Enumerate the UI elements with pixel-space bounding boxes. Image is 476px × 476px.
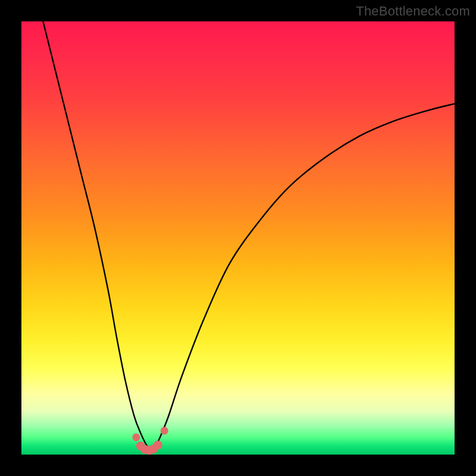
- marker-dot: [132, 433, 140, 441]
- watermark-text: TheBottleneck.com: [356, 4, 470, 19]
- bottleneck-curve-path: [43, 21, 455, 450]
- curve-svg: [21, 21, 455, 455]
- marker-dot: [154, 440, 162, 449]
- marker-cluster: [132, 427, 168, 455]
- plot-area: [21, 21, 455, 455]
- marker-dot: [161, 427, 168, 434]
- chart-frame: TheBottleneck.com: [0, 0, 476, 476]
